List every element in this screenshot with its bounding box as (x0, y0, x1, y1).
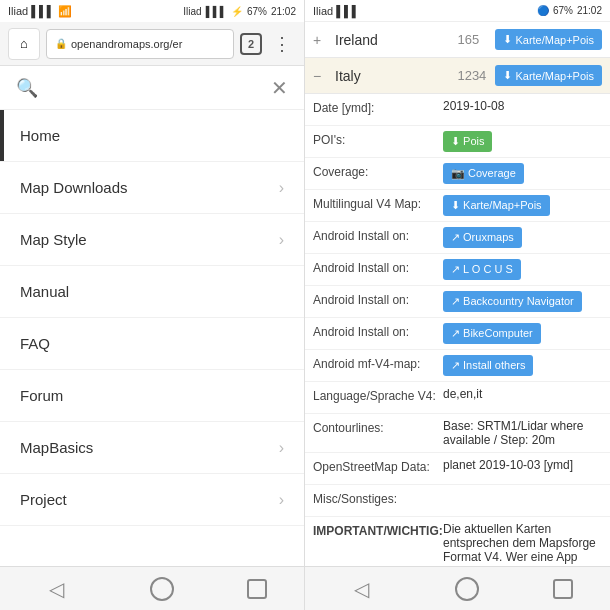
lock-icon: 🔒 (55, 38, 67, 49)
right-bottom-nav: ◁ (305, 566, 610, 610)
pois-button[interactable]: ⬇ Pois (443, 131, 492, 152)
nav-item-map-downloads[interactable]: Map Downloads › (0, 162, 304, 214)
back-button[interactable]: ◁ (37, 569, 77, 609)
nav-item-manual[interactable]: Manual (0, 266, 304, 318)
download-icon-ireland: ⬇ (503, 33, 512, 46)
home-nav-button[interactable] (150, 577, 174, 601)
nav-item-home[interactable]: Home (0, 110, 304, 162)
right-status-left: Iliad ▌▌▌ (313, 5, 360, 17)
nav-item-project-label: Project (20, 491, 67, 508)
nav-item-map-downloads-label: Map Downloads (20, 179, 128, 196)
info-row-osm-data: OpenStreetMap Data: planet 2019-10-03 [y… (305, 453, 610, 485)
right-signal: ▌▌▌ (336, 5, 359, 17)
info-row-date: Date [ymd]: 2019-10-08 (305, 94, 610, 126)
nav-chevron-map-style: › (279, 231, 284, 249)
bluetooth-left: ⚡ (231, 6, 243, 17)
ireland-download-button[interactable]: ⬇ Karte/Map+Pois (495, 29, 602, 50)
right-bluetooth: 🔵 (537, 5, 549, 16)
info-row-important: IMPORTANT/WICHTIG: Die aktuellen Karten … (305, 517, 610, 566)
wifi-icon: 📶 (58, 5, 72, 18)
italy-row[interactable]: − Italy 1234 ⬇ Karte/Map+Pois (305, 58, 610, 94)
info-label-misc: Misc/Sonstiges: (313, 490, 443, 506)
nav-chevron-map-downloads: › (279, 179, 284, 197)
url-bar[interactable]: 🔒 openandromaps.org/er (46, 29, 234, 59)
close-icon[interactable]: ✕ (271, 76, 288, 100)
info-value-pois: ⬇ Pois (443, 131, 602, 152)
info-label-contourlines: Contourlines: (313, 419, 443, 435)
nav-item-forum[interactable]: Forum (0, 370, 304, 422)
info-label-bikecomputer: Android Install on: (313, 323, 443, 339)
carrier-left: Iliad (8, 5, 28, 17)
info-row-coverage: Coverage: 📷 Coverage (305, 158, 610, 190)
browser-menu-button[interactable]: ⋮ (268, 30, 296, 58)
home-button[interactable]: ⌂ (8, 28, 40, 60)
info-row-oruxmaps: Android Install on: ↗ Oruxmaps (305, 222, 610, 254)
info-value-multilingual: ⬇ Karte/Map+Pois (443, 195, 602, 216)
info-row-bikecomputer: Android Install on: ↗ BikeComputer (305, 318, 610, 350)
info-row-multilingual: Multilingual V4 Map: ⬇ Karte/Map+Pois (305, 190, 610, 222)
info-row-language: Language/Sprache V4: de,en,it (305, 382, 610, 414)
nav-item-project[interactable]: Project › (0, 474, 304, 526)
right-battery: 67% (553, 5, 573, 16)
info-row-misc: Misc/Sonstiges: (305, 485, 610, 517)
right-time: 21:02 (577, 5, 602, 16)
recents-button[interactable] (247, 579, 267, 599)
bikecomputer-button[interactable]: ↗ BikeComputer (443, 323, 541, 344)
info-value-contourlines: Base: SRTM1/Lidar where available / Step… (443, 419, 602, 447)
info-value-important: Die aktuellen Karten entsprechen dem Map… (443, 522, 602, 566)
multilingual-button[interactable]: ⬇ Karte/Map+Pois (443, 195, 550, 216)
right-panel: Iliad ▌▌▌ 🔵 67% 21:02 + Ireland 165 ⬇ Ka… (305, 0, 610, 610)
carrier-right-left: Iliad (183, 6, 201, 17)
info-label-oruxmaps: Android Install on: (313, 227, 443, 243)
info-row-pois: POI's: ⬇ Pois (305, 126, 610, 158)
info-value-locus: ↗ L O C U S (443, 259, 602, 280)
italy-name: Italy (335, 68, 457, 84)
ireland-row[interactable]: + Ireland 165 ⬇ Karte/Map+Pois (305, 22, 610, 58)
info-value-install-others: ↗ Install others (443, 355, 602, 376)
left-bottom-nav: ◁ (0, 566, 304, 610)
coverage-button[interactable]: 📷 Coverage (443, 163, 524, 184)
ireland-btn-label: Karte/Map+Pois (515, 34, 594, 46)
right-back-button[interactable]: ◁ (342, 569, 382, 609)
info-row-backcountry: Android Install on: ↗ Backcountry Naviga… (305, 286, 610, 318)
nav-item-map-style[interactable]: Map Style › (0, 214, 304, 266)
nav-item-map-style-label: Map Style (20, 231, 87, 248)
info-label-multilingual: Multilingual V4 Map: (313, 195, 443, 211)
right-content: + Ireland 165 ⬇ Karte/Map+Pois − Italy 1… (305, 22, 610, 566)
nav-item-forum-label: Forum (20, 387, 63, 404)
install-others-button[interactable]: ↗ Install others (443, 355, 533, 376)
nav-item-mapbasics[interactable]: MapBasics › (0, 422, 304, 474)
nav-item-mapbasics-label: MapBasics (20, 439, 93, 456)
home-icon: ⌂ (20, 36, 28, 51)
browser-bar: ⌂ 🔒 openandromaps.org/er 2 ⋮ (0, 22, 304, 66)
search-icon[interactable]: 🔍 (16, 77, 38, 99)
info-value-language: de,en,it (443, 387, 602, 401)
right-home-button[interactable] (455, 577, 479, 601)
italy-expand-icon: − (313, 68, 329, 84)
ireland-name: Ireland (335, 32, 457, 48)
oruxmaps-button[interactable]: ↗ Oruxmaps (443, 227, 522, 248)
tab-badge[interactable]: 2 (240, 33, 262, 55)
italy-download-button[interactable]: ⬇ Karte/Map+Pois (495, 65, 602, 86)
nav-list: Home Map Downloads › Map Style › Manual … (0, 110, 304, 566)
info-label-osm-data: OpenStreetMap Data: (313, 458, 443, 474)
info-value-date: 2019-10-08 (443, 99, 602, 113)
info-value-coverage: 📷 Coverage (443, 163, 602, 184)
backcountry-button[interactable]: ↗ Backcountry Navigator (443, 291, 582, 312)
nav-item-faq[interactable]: FAQ (0, 318, 304, 370)
info-row-install-others: Android mf-V4-map: ↗ Install others (305, 350, 610, 382)
info-label-coverage: Coverage: (313, 163, 443, 179)
info-label-language: Language/Sprache V4: (313, 387, 443, 403)
left-panel: Iliad ▌▌▌ 📶 Iliad ▌▌▌ ⚡ 67% 21:02 ⌂ 🔒 op… (0, 0, 305, 610)
info-value-oruxmaps: ↗ Oruxmaps (443, 227, 602, 248)
battery-left: 67% (247, 6, 267, 17)
right-status-bar: Iliad ▌▌▌ 🔵 67% 21:02 (305, 0, 610, 22)
right-recents-button[interactable] (553, 579, 573, 599)
info-table: Date [ymd]: 2019-10-08 POI's: ⬇ Pois Cov… (305, 94, 610, 566)
info-label-date: Date [ymd]: (313, 99, 443, 115)
nav-chevron-project: › (279, 491, 284, 509)
menu-dots-icon: ⋮ (273, 33, 291, 55)
locus-button[interactable]: ↗ L O C U S (443, 259, 521, 280)
info-row-contourlines: Contourlines: Base: SRTM1/Lidar where av… (305, 414, 610, 453)
right-carrier: Iliad (313, 5, 333, 17)
